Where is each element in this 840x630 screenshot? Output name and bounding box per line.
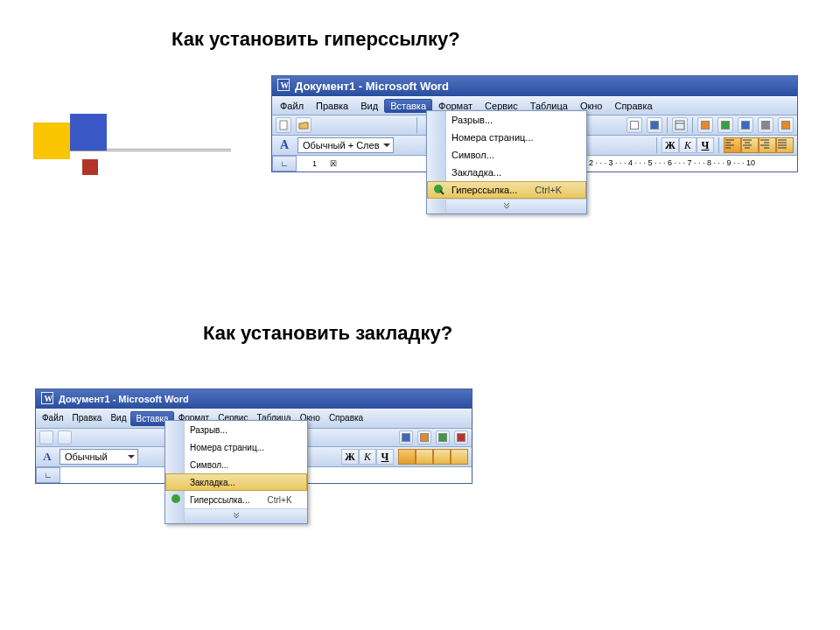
dd-break[interactable]: Разрыв... (165, 421, 307, 438)
word-app-icon: W (41, 392, 53, 406)
insert-dropdown-2: Разрыв... Номера страниц... Символ... За… (164, 420, 308, 524)
menu-view[interactable]: Вид (354, 99, 384, 113)
toolbar-btn[interactable] (399, 430, 413, 444)
bold-italic-underline: Ж К Ч (662, 137, 714, 153)
toolbar-btn[interactable] (758, 117, 774, 133)
menu-help[interactable]: Справка (608, 99, 658, 113)
menu-help[interactable]: Справка (325, 411, 368, 426)
bold-button[interactable]: Ж (662, 137, 679, 153)
globe-link-icon (170, 493, 184, 507)
style-prefix-icon: A (39, 450, 55, 464)
svg-text:W: W (45, 394, 53, 403)
screenshot-hyperlink: W Документ1 - Microsoft Word Файл Правка… (271, 75, 798, 172)
dd-page-numbers[interactable]: Номера страниц... (427, 129, 586, 146)
toolbar-btn[interactable] (672, 117, 688, 133)
window-title: Документ1 - Microsoft Word (295, 80, 449, 93)
toolbar-btn[interactable] (718, 117, 733, 133)
dd-hyperlink[interactable]: Гиперссылка... Ctrl+K (165, 491, 307, 508)
menu-file[interactable]: Файл (274, 99, 310, 113)
align-center-button[interactable] (741, 137, 759, 153)
style-combo-2[interactable]: Обычный (60, 449, 138, 465)
svg-rect-4 (676, 121, 684, 130)
toolbar-btn[interactable] (778, 117, 794, 133)
svg-text:W: W (281, 80, 290, 90)
underline-button[interactable]: Ч (696, 137, 714, 153)
toolbar-btn[interactable] (454, 430, 468, 444)
heading-bookmark: Как установить закладку? (203, 322, 452, 345)
align-right-button[interactable] (759, 137, 776, 153)
dd-expand-chevron[interactable] (427, 199, 586, 214)
menu-file[interactable]: Файл (38, 411, 68, 426)
dd-bookmark[interactable]: Закладка... (165, 473, 307, 491)
dd-hyperlink[interactable]: Гиперссылка... Ctrl+K (427, 181, 586, 199)
underline-button[interactable]: Ч (376, 449, 394, 465)
align-justify-button[interactable] (776, 137, 794, 153)
open-icon[interactable] (296, 117, 312, 133)
toolbar-btn[interactable] (647, 117, 662, 133)
menu-view[interactable]: Вид (106, 411, 130, 426)
ruler-corner: ∟ (36, 467, 60, 483)
align-left-button[interactable] (398, 449, 416, 465)
menu-edit[interactable]: Правка (310, 99, 354, 113)
window-title-2: Документ1 - Microsoft Word (59, 394, 189, 404)
dd-expand-chevron[interactable] (165, 508, 307, 523)
align-center-button[interactable] (416, 449, 433, 465)
window-titlebar-2: W Документ1 - Microsoft Word (36, 389, 472, 409)
menu-insert[interactable]: Вставка (384, 99, 432, 113)
screenshot-bookmark: W Документ1 - Microsoft Word Файл Правка… (35, 388, 472, 484)
alignment-buttons (724, 137, 794, 153)
toolbar-btn[interactable] (738, 117, 753, 133)
word-window: W Документ1 - Microsoft Word Файл Правка… (271, 75, 798, 172)
open-icon[interactable] (58, 430, 72, 444)
toolbar-btn[interactable] (417, 430, 431, 444)
word-window-2: W Документ1 - Microsoft Word Файл Правка… (35, 388, 472, 484)
svg-point-26 (172, 494, 180, 503)
svg-rect-3 (280, 121, 287, 130)
toolbar-btn[interactable] (697, 117, 713, 133)
insert-dropdown: Разрыв... Номера страниц... Символ... За… (426, 110, 587, 214)
new-doc-icon[interactable] (39, 430, 53, 444)
italic-button[interactable]: К (679, 137, 696, 153)
dd-page-numbers[interactable]: Номера страниц... (165, 438, 307, 456)
align-left-button[interactable] (724, 137, 741, 153)
italic-button[interactable]: К (359, 449, 376, 465)
bold-button[interactable]: Ж (341, 449, 359, 465)
dd-symbol[interactable]: Символ... (427, 146, 586, 164)
toolbar-btn[interactable] (436, 430, 450, 444)
align-right-button[interactable] (433, 449, 451, 465)
window-titlebar: W Документ1 - Microsoft Word (272, 76, 797, 96)
word-app-icon: W (277, 79, 290, 94)
dd-break[interactable]: Разрыв... (427, 111, 586, 129)
ruler-corner: ∟ (272, 156, 297, 172)
dd-symbol[interactable]: Символ... (165, 456, 307, 473)
menu-edit[interactable]: Правка (68, 411, 107, 426)
globe-link-icon (432, 183, 446, 197)
dd-bookmark[interactable]: Закладка... (427, 164, 586, 181)
style-combo[interactable]: Обычный + Слев (298, 137, 394, 153)
align-justify-button[interactable] (451, 449, 468, 465)
new-doc-icon[interactable] (276, 117, 291, 133)
toolbar-btn[interactable] (626, 117, 642, 133)
style-prefix-icon: A (276, 138, 293, 152)
heading-hyperlink: Как установить гиперссылку? (172, 28, 460, 51)
